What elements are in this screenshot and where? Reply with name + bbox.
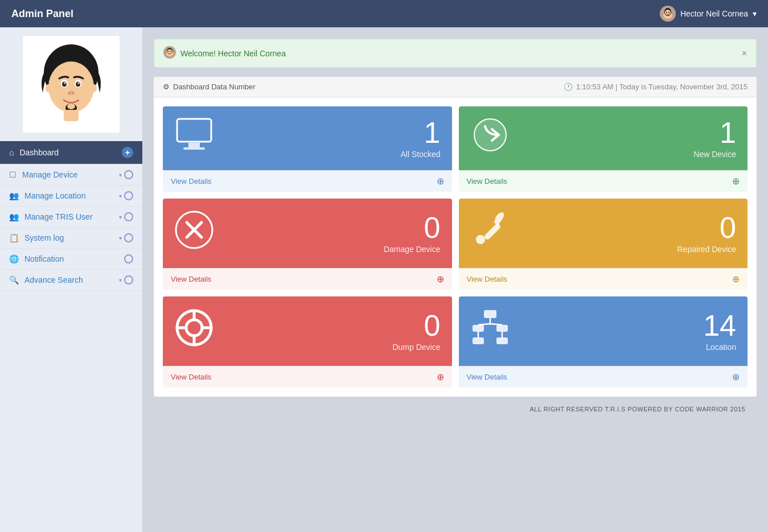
- sidebar: ⌂ Dashboard + ☐ Manage Device ▾ 👥 Manage…: [0, 27, 142, 532]
- card-info: 1 All Stocked: [400, 118, 440, 159]
- lifebuoy-icon: [174, 308, 214, 354]
- circle-icon: [124, 170, 133, 179]
- welcome-close-button[interactable]: ×: [742, 48, 747, 59]
- sidebar-item-system-log[interactable]: 📋 System log ▾: [0, 228, 142, 249]
- card-repaired-device: 0 Repaired Device View Details ⊕: [459, 199, 748, 290]
- sidebar-avatar-box: [23, 36, 120, 133]
- svg-line-52: [490, 324, 502, 325]
- navbar: Admin Panel Hector Neil Cornea ▾: [0, 0, 768, 27]
- dashboard-header-left: ⚙ Dashboard Data Number: [163, 83, 256, 91]
- page-footer: ALL RIGHT RESERVED T.R.I.S POWERED BY CO…: [154, 397, 757, 422]
- sidebar-controls: ▾: [119, 233, 133, 242]
- svg-point-28: [169, 51, 170, 52]
- card-body: 14 Location: [459, 296, 748, 366]
- card-body: 0 Damage Device: [163, 199, 452, 268]
- dashboard-gear-icon: ⚙: [163, 83, 170, 91]
- svg-point-17: [68, 92, 70, 94]
- cards-grid: 1 All Stocked View Details ⊕: [154, 97, 757, 397]
- sitemap-icon: [470, 308, 510, 354]
- chevron-down-icon: ▾: [119, 277, 122, 283]
- log-icon: 📋: [9, 233, 19, 242]
- card-number: 1: [693, 118, 736, 147]
- footer-text: ALL RIGHT RESERVED T.R.I.S POWERED BY CO…: [529, 406, 745, 413]
- sidebar-controls: ▾: [119, 275, 133, 284]
- chevron-down-icon: ▾: [119, 235, 122, 241]
- card-label: All Stocked: [400, 150, 440, 159]
- svg-point-18: [72, 92, 75, 94]
- svg-point-4: [666, 12, 667, 13]
- chevron-down-icon: ▾: [119, 193, 122, 199]
- wrench-icon: [470, 210, 510, 257]
- circle-icon: [124, 275, 133, 284]
- notification-icon: 🌐: [9, 254, 19, 263]
- sidebar-controls: ▾: [119, 170, 133, 179]
- sidebar-item-label: Manage TRIS User: [24, 212, 119, 221]
- dashboard-panel: ⚙ Dashboard Data Number 🕐 1:10:53 AM | T…: [154, 77, 757, 397]
- view-details-label: View Details: [467, 275, 507, 283]
- svg-point-38: [476, 235, 485, 244]
- dashboard-title: Dashboard Data Number: [173, 83, 256, 91]
- welcome-left: Welcome! Hector Neil Cornea: [163, 46, 286, 60]
- sidebar-item-advance-search[interactable]: 🔍 Advance Search ▾: [0, 270, 142, 291]
- search-icon: 🔍: [9, 275, 19, 284]
- card-label: Damage Device: [384, 245, 441, 254]
- card-info: 0 Dump Device: [392, 311, 440, 352]
- chevron-down-icon: ▾: [119, 214, 122, 220]
- svg-point-29: [170, 51, 171, 52]
- dashboard-header: ⚙ Dashboard Data Number 🕐 1:10:53 AM | T…: [154, 77, 757, 97]
- card-body: 0 Repaired Device: [459, 199, 748, 268]
- card-label: Repaired Device: [677, 245, 737, 254]
- circle-icon: [124, 233, 133, 242]
- card-number: 0: [677, 213, 737, 242]
- svg-point-14: [64, 83, 66, 84]
- svg-rect-30: [177, 119, 211, 142]
- welcome-icon: [163, 46, 176, 60]
- card-number: 0: [384, 213, 441, 242]
- sidebar-avatar: [28, 42, 114, 127]
- card-footer-all-stocked[interactable]: View Details ⊕: [163, 170, 452, 192]
- sidebar-item-label: Manage Device: [22, 170, 119, 179]
- sidebar-item-manage-device[interactable]: ☐ Manage Device ▾: [0, 164, 142, 185]
- sidebar-item-manage-location[interactable]: 👥 Manage Location ▾: [0, 185, 142, 207]
- navbar-avatar: [660, 6, 676, 22]
- navbar-dropdown-arrow: ▾: [753, 9, 757, 18]
- welcome-banner: Welcome! Hector Neil Cornea ×: [154, 39, 757, 68]
- arrow-circle-icon: ⊕: [437, 274, 444, 284]
- device-icon: ☐: [9, 170, 17, 179]
- sidebar-controls: ▾: [119, 212, 133, 221]
- view-details-label: View Details: [467, 373, 507, 381]
- svg-point-40: [186, 320, 202, 336]
- card-location: 14 Location View Details ⊕: [459, 296, 748, 387]
- card-footer-location[interactable]: View Details ⊕: [459, 366, 748, 387]
- chevron-down-icon: ▾: [119, 172, 122, 178]
- card-label: Location: [703, 343, 736, 352]
- sidebar-item-manage-tris-user[interactable]: 👥 Manage TRIS User ▾: [0, 207, 142, 228]
- sidebar-item-notification[interactable]: 🌐 Notification: [0, 249, 142, 270]
- card-info: 14 Location: [703, 311, 736, 352]
- card-footer-dump-device[interactable]: View Details ⊕: [163, 366, 452, 387]
- svg-point-12: [62, 82, 67, 87]
- tris-user-icon: 👥: [9, 212, 19, 221]
- sidebar-item-dashboard[interactable]: ⌂ Dashboard +: [0, 141, 142, 164]
- card-body: 0 Dump Device: [163, 296, 452, 366]
- card-footer-damage-device[interactable]: View Details ⊕: [163, 268, 452, 290]
- svg-point-33: [474, 119, 506, 151]
- svg-point-13: [76, 82, 80, 87]
- times-circle-icon: [174, 210, 214, 257]
- arrow-circle-icon: ⊕: [437, 176, 444, 187]
- card-footer-new-device[interactable]: View Details ⊕: [459, 170, 748, 192]
- card-new-device: 1 New Device View Details ⊕: [459, 106, 748, 192]
- card-number: 0: [392, 311, 440, 340]
- dashboard-plus-icon[interactable]: +: [122, 147, 133, 158]
- navbar-user-menu[interactable]: Hector Neil Cornea ▾: [660, 6, 757, 22]
- welcome-message: Welcome! Hector Neil Cornea: [180, 49, 286, 58]
- card-dump-device: 0 Dump Device View Details ⊕: [163, 296, 452, 387]
- clock-icon: 🕐: [564, 83, 573, 91]
- card-body: 1 New Device: [459, 106, 748, 170]
- card-footer-repaired-device[interactable]: View Details ⊕: [459, 268, 748, 290]
- sidebar-item-label: System log: [24, 233, 119, 242]
- dashboard-datetime: 1:10:53 AM | Today is Tuesday, November …: [576, 83, 748, 91]
- home-icon: ⌂: [9, 148, 14, 157]
- svg-rect-37: [483, 222, 501, 241]
- dashboard-header-right: 🕐 1:10:53 AM | Today is Tuesday, Novembe…: [564, 83, 748, 91]
